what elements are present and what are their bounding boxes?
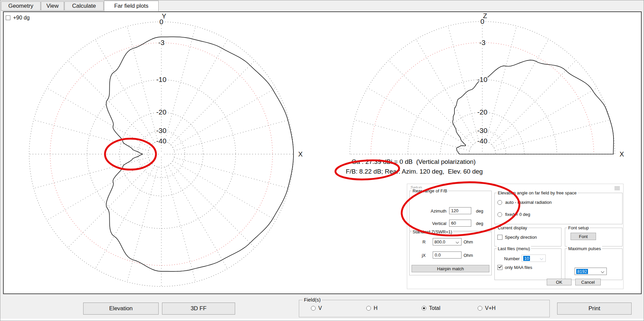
tab-bar: Geometry View Calculate Far field plots bbox=[0, 0, 644, 11]
radio-field-total-label: Total bbox=[429, 305, 440, 311]
group-font-setup-title: Font setup bbox=[567, 225, 590, 230]
fields-group: Field(s) V H Total V+H bbox=[299, 300, 550, 317]
plus90-checkbox-label: +90 dg bbox=[13, 15, 30, 21]
specify-direction-label: Specify direction bbox=[505, 235, 537, 240]
ok-button[interactable]: OK bbox=[547, 279, 572, 285]
radio-icon bbox=[311, 306, 316, 311]
jx-unit: Ohm bbox=[464, 253, 473, 258]
radio-field-h-label: H bbox=[374, 305, 378, 311]
number-combobox[interactable]: 10 bbox=[522, 255, 546, 262]
3d-ff-button[interactable]: 3D FF bbox=[162, 303, 235, 315]
group-maximum-pulses-title: Maximum pulses bbox=[567, 246, 602, 251]
r-label: R bbox=[412, 239, 426, 244]
group-standard-z: Standard Z(SWR=1) R 800.0 Ohm jX 0.0 Ohm… bbox=[409, 232, 492, 275]
group-rear-range-title: Rear range of F/B bbox=[412, 188, 448, 193]
r-value: 800.0 bbox=[434, 239, 445, 244]
number-value: 10 bbox=[523, 256, 530, 261]
jx-label: jX bbox=[412, 253, 426, 258]
radio-field-h[interactable]: H bbox=[366, 305, 378, 311]
fb-result-text: F/B: 8.22 dB; Rear: Azim. 120 deg, Elev.… bbox=[346, 168, 483, 175]
r-combobox[interactable]: 800.0 bbox=[433, 238, 462, 245]
vertical-unit: deg bbox=[476, 221, 483, 226]
plus90-checkbox[interactable]: +90 dg bbox=[6, 15, 30, 21]
number-label: Number bbox=[504, 256, 520, 261]
maximum-pulses-combobox[interactable]: 8192 bbox=[575, 268, 607, 275]
mmana-far-field-window: Geometry View Calculate Far field plots … bbox=[0, 0, 644, 321]
azimuth-unit: deg bbox=[476, 209, 483, 214]
radio-field-vh-label: V+H bbox=[485, 305, 496, 311]
group-last-files-title: Last files (menu) bbox=[497, 246, 531, 251]
checkbox-icon bbox=[497, 235, 502, 240]
radio-fixed-zero-label: fixed = 0 deg bbox=[505, 212, 530, 217]
tab-calculate[interactable]: Calculate bbox=[64, 1, 104, 11]
elevation-button[interactable]: Elevation bbox=[83, 303, 159, 315]
vertical-label: Vertical bbox=[427, 221, 446, 226]
print-button[interactable]: Print bbox=[557, 303, 632, 315]
hairpin-match-button[interactable]: Hairpin match bbox=[412, 265, 489, 272]
radio-fixed-zero[interactable]: fixed = 0 deg bbox=[497, 212, 530, 217]
azimuth-input[interactable]: 120 bbox=[449, 207, 471, 214]
chevron-down-icon bbox=[540, 257, 543, 260]
group-current-display-title: Current display bbox=[497, 225, 528, 230]
plus90-checkbox-box[interactable] bbox=[6, 15, 10, 20]
jx-input[interactable]: 0.0 bbox=[433, 251, 462, 259]
cancel-button[interactable]: Cancel bbox=[575, 279, 601, 285]
tab-view[interactable]: View bbox=[41, 1, 64, 11]
maximum-pulses-value: 8192 bbox=[576, 269, 588, 274]
group-last-files: Last files (menu) Number 10 only MAA fil… bbox=[494, 248, 561, 280]
only-maa-files-label: only MAA files bbox=[505, 265, 532, 270]
radio-icon bbox=[497, 212, 502, 217]
radio-field-v-label: V bbox=[318, 305, 322, 311]
tab-geometry[interactable]: Geometry bbox=[1, 1, 41, 11]
group-standard-z-title: Standard Z(SWR=1) bbox=[412, 229, 453, 234]
setup-dialog: Setup Rear range of F/B Azimuth 120 deg … bbox=[407, 184, 624, 289]
radio-field-total[interactable]: Total bbox=[422, 305, 440, 311]
checkbox-checked-icon bbox=[497, 265, 502, 270]
group-rear-range: Rear range of F/B Azimuth 120 deg Vertic… bbox=[409, 191, 492, 231]
radio-field-v[interactable]: V bbox=[311, 305, 322, 311]
group-elevation-angle-title: Elevation angle on far field by free spa… bbox=[497, 190, 578, 195]
radio-icon bbox=[366, 306, 371, 311]
group-maximum-pulses: Maximum pulses 8192 bbox=[565, 248, 623, 280]
chevron-down-icon bbox=[601, 270, 604, 273]
group-elevation-angle: Elevation angle on far field by free spa… bbox=[494, 193, 623, 224]
gain-result-text: Ga : 27.39 dBi = 0 dB (Vertical polariza… bbox=[352, 158, 476, 166]
specify-direction-checkbox[interactable]: Specify direction bbox=[497, 235, 537, 240]
font-button[interactable]: Font bbox=[571, 233, 596, 240]
fields-group-title: Field(s) bbox=[303, 297, 322, 303]
chevron-down-icon bbox=[456, 240, 459, 244]
group-current-display: Current display Specify direction bbox=[494, 228, 561, 246]
radio-field-vh[interactable]: V+H bbox=[478, 305, 496, 311]
dialog-corner-button[interactable] bbox=[614, 186, 620, 190]
bottom-strip bbox=[0, 319, 644, 321]
r-unit: Ohm bbox=[464, 239, 473, 244]
azimuth-label: Azimuth bbox=[427, 209, 446, 214]
radio-icon bbox=[497, 200, 502, 205]
vertical-input[interactable]: 60 bbox=[449, 220, 471, 227]
tab-far-field-plots[interactable]: Far field plots bbox=[104, 1, 159, 11]
radio-auto-maximal[interactable]: auto - maximal radiation bbox=[497, 200, 552, 205]
group-font-setup: Font setup Font bbox=[565, 228, 623, 246]
radio-auto-maximal-label: auto - maximal radiation bbox=[505, 200, 552, 205]
radio-selected-icon bbox=[422, 306, 426, 311]
radio-icon bbox=[478, 306, 482, 311]
only-maa-files-checkbox[interactable]: only MAA files bbox=[497, 265, 532, 270]
